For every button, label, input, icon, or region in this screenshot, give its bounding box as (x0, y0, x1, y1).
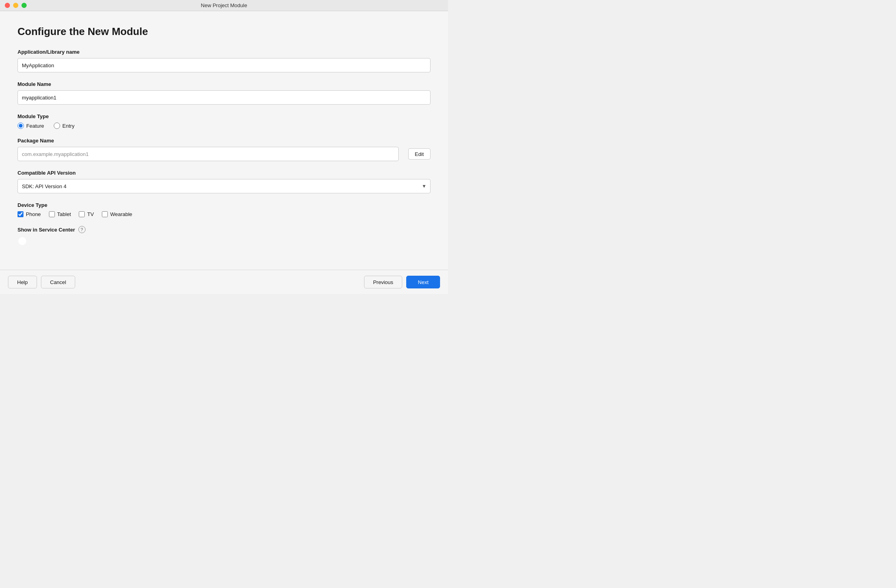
api-version-section: Compatible API Version SDK: API Version … (18, 170, 430, 193)
module-name-label: Module Name (18, 81, 430, 87)
checkbox-tablet-option[interactable]: Tablet (49, 211, 71, 217)
package-name-label: Package Name (18, 138, 430, 144)
checkbox-tv-option[interactable]: TV (79, 211, 94, 217)
edit-package-button[interactable]: Edit (408, 148, 430, 160)
checkbox-phone-option[interactable]: Phone (18, 211, 41, 217)
package-name-text: com.example.myapplication1 (22, 151, 89, 157)
service-center-section: Show in Service Center ? (18, 226, 430, 243)
window-title: New Project Module (201, 2, 247, 8)
radio-entry-option[interactable]: Entry (54, 123, 74, 129)
module-type-radio-group: Feature Entry (18, 123, 430, 129)
title-bar: New Project Module (0, 0, 448, 11)
footer-right: Previous Next (364, 276, 440, 288)
help-icon[interactable]: ? (78, 226, 86, 233)
radio-entry-label: Entry (62, 123, 74, 129)
radio-feature-option[interactable]: Feature (18, 123, 44, 129)
package-name-display: com.example.myapplication1 (18, 147, 399, 161)
api-version-select-wrapper: SDK: API Version 4 SDK: API Version 3 SD… (18, 179, 430, 193)
module-type-section: Module Type Feature Entry (18, 113, 430, 129)
cancel-button[interactable]: Cancel (41, 276, 75, 288)
radio-feature-label: Feature (26, 123, 44, 129)
previous-button[interactable]: Previous (364, 276, 403, 288)
service-center-label: Show in Service Center (18, 227, 75, 233)
service-center-row: Show in Service Center ? (18, 226, 430, 233)
help-button[interactable]: Help (8, 276, 37, 288)
checkbox-wearable-option[interactable]: Wearable (102, 211, 132, 217)
footer: Help Cancel Previous Next (0, 270, 448, 294)
device-type-label: Device Type (18, 202, 430, 208)
main-content: Configure the New Module Application/Lib… (0, 11, 448, 270)
maximize-button[interactable] (21, 3, 27, 8)
module-name-input[interactable] (18, 90, 430, 105)
radio-entry-input[interactable] (54, 123, 60, 129)
device-type-checkbox-group: Phone Tablet TV Wearable (18, 211, 430, 217)
module-type-label: Module Type (18, 113, 430, 119)
app-library-label: Application/Library name (18, 49, 430, 55)
footer-left: Help Cancel (8, 276, 75, 288)
checkbox-phone-input[interactable] (18, 211, 23, 217)
api-version-select[interactable]: SDK: API Version 4 SDK: API Version 3 SD… (18, 179, 430, 193)
package-name-section: Package Name com.example.myapplication1 … (18, 138, 430, 161)
app-library-input[interactable] (18, 58, 430, 72)
close-button[interactable] (5, 3, 10, 8)
checkbox-phone-label: Phone (26, 211, 41, 217)
checkbox-tablet-input[interactable] (49, 211, 55, 217)
checkbox-tablet-label: Tablet (57, 211, 71, 217)
module-name-section: Module Name (18, 81, 430, 105)
checkbox-tv-input[interactable] (79, 211, 85, 217)
api-version-label: Compatible API Version (18, 170, 430, 176)
window-controls (5, 3, 27, 8)
checkbox-tv-label: TV (87, 211, 94, 217)
next-button[interactable]: Next (406, 276, 440, 288)
checkbox-wearable-label: Wearable (110, 211, 132, 217)
radio-feature-input[interactable] (18, 123, 24, 129)
page-title: Configure the New Module (18, 25, 430, 38)
device-type-section: Device Type Phone Tablet TV Wearable (18, 202, 430, 217)
minimize-button[interactable] (13, 3, 18, 8)
checkbox-wearable-input[interactable] (102, 211, 108, 217)
app-library-section: Application/Library name (18, 49, 430, 72)
